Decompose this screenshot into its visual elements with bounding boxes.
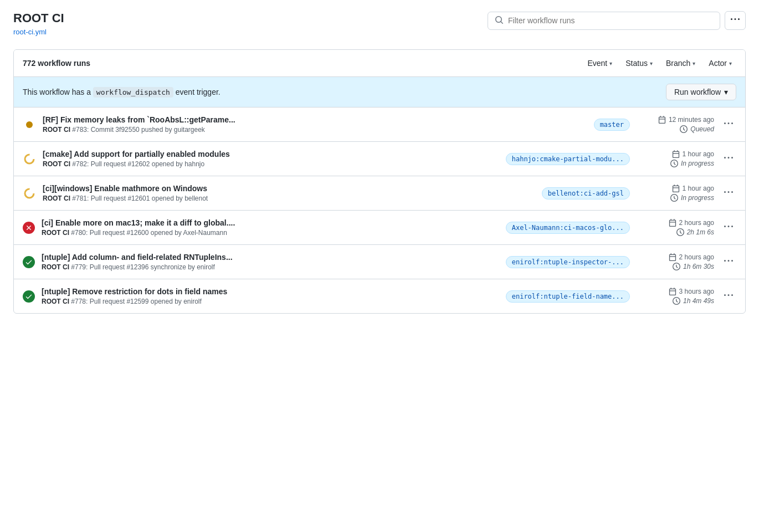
workflow-file-link[interactable]: root-ci.yml: [13, 28, 47, 36]
run-menu-button[interactable]: [721, 254, 736, 270]
branch-badge: enirolf:ntuple-field-name...: [506, 290, 630, 303]
search-icon: [495, 16, 504, 26]
run-main: [ntuple] Add column- and field-related R…: [42, 253, 499, 271]
run-meta: 1 hour ago In progress: [637, 150, 714, 167]
run-sub: ROOT CI #780: Pull request #12600 opened…: [42, 229, 499, 237]
dispatch-text-prefix: This workflow has a: [23, 88, 91, 96]
run-sub: ROOT CI #782: Pull request #12602 opened…: [43, 160, 499, 168]
run-info: #779: Pull request #12396 synchronize by…: [71, 263, 215, 271]
run-title: [ntuple] Add column- and field-related R…: [42, 253, 499, 262]
run-main: [ci][windows] Enable mathmore on Windows…: [43, 184, 535, 202]
dispatch-text: This workflow has a workflow_dispatch ev…: [23, 88, 220, 96]
run-ci-name: ROOT CI: [43, 195, 70, 202]
run-row[interactable]: [cmake] Add support for partially enable…: [14, 142, 745, 176]
run-title: [RF] Fix memory leaks from `RooAbsL::get…: [43, 115, 587, 124]
run-row[interactable]: [ci] Enable more on mac13; make it a dif…: [14, 211, 745, 245]
run-workflow-button[interactable]: Run workflow ▾: [666, 84, 736, 100]
run-sub: ROOT CI #779: Pull request #12396 synchr…: [42, 263, 499, 271]
run-meta: 12 minutes ago Queued: [637, 116, 714, 133]
run-title: [ntuple] Remove restriction for dots in …: [42, 287, 499, 296]
header-right: [488, 11, 746, 30]
filters-row: 772 workflow runs Event ▾ Status ▾ Branc…: [14, 50, 745, 77]
run-ci-name: ROOT CI: [42, 263, 69, 271]
branch-badge: master: [594, 119, 630, 131]
run-time: 2 hours ago: [637, 253, 714, 261]
run-meta: 1 hour ago In progress: [637, 185, 714, 202]
clock-icon: [676, 228, 684, 236]
run-row[interactable]: [ntuple] Add column- and field-related R…: [14, 245, 745, 279]
run-menu-button[interactable]: [721, 151, 736, 167]
run-row[interactable]: [RF] Fix memory leaks from `RooAbsL::get…: [14, 108, 745, 142]
status-icon-in-progress: [23, 187, 36, 200]
status-chevron-icon: ▾: [650, 60, 653, 66]
search-input[interactable]: [508, 16, 713, 25]
status-icon-queued: [23, 118, 36, 131]
run-title: [cmake] Add support for partially enable…: [43, 150, 499, 158]
workflow-count: 772 workflow runs: [23, 59, 90, 68]
status-filter-label: Status: [625, 59, 648, 68]
clock-icon: [670, 160, 678, 167]
run-time-label: 3 hours ago: [679, 288, 714, 295]
header-left: ROOT CI root-ci.yml: [13, 11, 64, 36]
clock-icon: [680, 125, 688, 133]
svg-point-1: [25, 189, 34, 198]
run-duration: In progress: [637, 194, 714, 202]
run-time: 1 hour ago: [637, 150, 714, 158]
branch-badge: enirolf:ntuple-inspector-...: [506, 256, 630, 268]
branch-badge: Axel-Naumann:ci-macos-glo...: [506, 222, 630, 234]
page-title: ROOT CI: [13, 11, 64, 25]
clock-icon: [673, 263, 680, 270]
run-info: #783: Commit 3f92550 pushed by guitargee…: [72, 126, 205, 134]
status-icon-success: [23, 290, 35, 303]
run-time: 3 hours ago: [637, 288, 714, 295]
branch-chevron-icon: ▾: [693, 60, 695, 66]
run-menu-button[interactable]: [721, 186, 736, 201]
run-ci-name: ROOT CI: [43, 126, 70, 134]
run-main: [cmake] Add support for partially enable…: [43, 150, 499, 168]
clock-icon: [670, 194, 678, 202]
branch-badge: bellenot:ci-add-gsl: [542, 187, 630, 200]
run-workflow-label: Run workflow: [674, 88, 721, 96]
run-sub: ROOT CI #778: Pull request #12599 opened…: [42, 298, 499, 305]
run-ci-name: ROOT CI: [43, 160, 70, 168]
run-main: [RF] Fix memory leaks from `RooAbsL::get…: [43, 115, 587, 134]
run-row[interactable]: [ntuple] Remove restriction for dots in …: [14, 279, 745, 313]
run-menu-button[interactable]: [721, 117, 736, 132]
runs-list: [RF] Fix memory leaks from `RooAbsL::get…: [14, 108, 745, 313]
run-main: [ntuple] Remove restriction for dots in …: [42, 287, 499, 305]
run-duration: 1h 6m 30s: [637, 263, 714, 270]
calendar-icon: [672, 185, 680, 192]
event-filter-button[interactable]: Event ▾: [583, 57, 617, 70]
actor-filter-label: Actor: [709, 59, 727, 68]
svg-point-0: [25, 155, 34, 163]
actor-filter-button[interactable]: Actor ▾: [704, 57, 736, 70]
run-title: [ci] Enable more on mac13; make it a dif…: [42, 218, 499, 227]
run-duration: In progress: [637, 160, 714, 167]
event-filter-label: Event: [587, 59, 607, 68]
run-time: 2 hours ago: [637, 219, 714, 227]
clock-icon: [673, 297, 680, 305]
status-icon-in-progress: [23, 152, 36, 166]
run-duration: Queued: [637, 125, 714, 133]
branch-filter-label: Branch: [666, 59, 690, 68]
run-info: #778: Pull request #12599 opened by enir…: [71, 298, 202, 305]
run-duration-label: 1h 4m 49s: [683, 297, 714, 305]
run-duration-label: In progress: [681, 194, 714, 202]
run-ci-name: ROOT CI: [42, 229, 69, 237]
branch-filter-button[interactable]: Branch ▾: [661, 57, 700, 70]
status-filter-button[interactable]: Status ▾: [621, 57, 657, 70]
run-duration-label: 2h 1m 6s: [687, 228, 714, 236]
run-time-label: 1 hour ago: [683, 150, 714, 158]
run-menu-button[interactable]: [721, 289, 736, 304]
more-options-button[interactable]: [725, 11, 746, 30]
run-ci-name: ROOT CI: [42, 298, 69, 305]
run-time-label: 2 hours ago: [679, 253, 714, 261]
run-time: 12 minutes ago: [637, 116, 714, 124]
run-menu-button[interactable]: [721, 220, 736, 236]
run-row[interactable]: [ci][windows] Enable mathmore on Windows…: [14, 176, 745, 211]
run-meta: 2 hours ago 1h 6m 30s: [637, 253, 714, 270]
run-duration: 2h 1m 6s: [637, 228, 714, 236]
run-duration-label: 1h 6m 30s: [683, 263, 714, 270]
filter-buttons: Event ▾ Status ▾ Branch ▾ Actor ▾: [583, 57, 736, 70]
run-title: [ci][windows] Enable mathmore on Windows: [43, 184, 535, 193]
